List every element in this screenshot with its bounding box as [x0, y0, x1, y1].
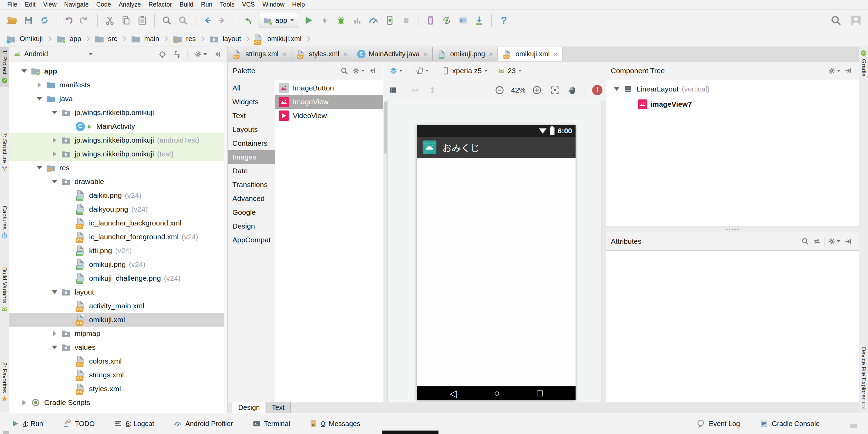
palette-category-images[interactable]: Images — [228, 150, 275, 164]
green-back-arrow-icon[interactable] — [241, 13, 255, 28]
orientation-select[interactable] — [414, 66, 431, 75]
tool-window-device-file-explorer[interactable]: Device File Explorer — [859, 344, 868, 412]
tree-item-colors-xml[interactable]: <> colors.xml — [9, 354, 228, 368]
tree-item-app[interactable]: app — [9, 64, 228, 78]
menu-navigate[interactable]: Navigate — [60, 0, 93, 9]
tool-window-captures[interactable]: Captures — [0, 203, 9, 242]
save-all-icon[interactable] — [21, 13, 36, 28]
tab-mainactivity-java[interactable]: C MainActivity.java× — [352, 47, 433, 61]
menu-analyze[interactable]: Analyze — [115, 0, 145, 9]
tree-item-ic-launcher-background[interactable]: <> ic_launcher_background.xml — [9, 216, 228, 230]
palette-category-design[interactable]: Design — [228, 219, 275, 233]
close-icon[interactable]: × — [423, 50, 427, 58]
run-configuration-select[interactable]: app — [259, 13, 298, 28]
tree-item-values[interactable]: values — [9, 340, 228, 354]
palette-item-imageview[interactable]: ImageView — [275, 95, 383, 109]
breadcrumb-file[interactable]: <> omikuji.xml — [253, 34, 302, 44]
chevron-expanded-icon[interactable] — [33, 161, 45, 175]
chevron-collapsed-icon[interactable] — [33, 78, 45, 92]
project-view-selector[interactable]: Android — [24, 50, 48, 58]
menu-view[interactable]: View — [39, 0, 60, 9]
tree-item-omikuji-xml[interactable]: <> omikuji.xml — [9, 313, 228, 327]
tree-item-gradle-scripts[interactable]: Gradle Scripts — [9, 396, 228, 409]
chevron-expanded-icon[interactable] — [49, 106, 60, 119]
tree-item-package-test[interactable]: jp.wings.nikkeibp.omikuji(test) — [9, 147, 228, 161]
breadcrumb-src[interactable]: src — [93, 33, 118, 45]
paste-icon[interactable] — [135, 13, 150, 28]
tab-design[interactable]: Design — [232, 402, 266, 413]
close-icon[interactable]: × — [489, 50, 493, 58]
tree-item-daikiti-png[interactable]: daikiti.png(v24) — [9, 189, 228, 202]
stop-icon[interactable] — [399, 13, 413, 28]
chevron-collapsed-icon[interactable] — [49, 133, 60, 147]
tree-item-drawable[interactable]: drawable — [9, 175, 228, 189]
resize-grip[interactable] — [850, 424, 857, 428]
forward-icon[interactable] — [216, 13, 231, 28]
find-icon[interactable] — [160, 13, 174, 28]
palette-category-appcompat[interactable]: AppCompat — [228, 233, 275, 247]
menu-window[interactable]: Window — [259, 0, 288, 9]
chevron-expanded-icon[interactable] — [611, 81, 623, 97]
tree-item-mipmap[interactable]: mipmap — [9, 327, 228, 340]
chevron-expanded-icon[interactable] — [49, 340, 60, 354]
component-imageview7[interactable]: imageView7 — [606, 97, 859, 112]
palette-category-date[interactable]: Date — [228, 164, 275, 178]
chevron-expanded-icon[interactable] — [49, 285, 60, 299]
palette-item-videoview[interactable]: VideoView — [275, 109, 383, 123]
avd-manager-icon[interactable] — [423, 13, 438, 28]
tab-styles-xml[interactable]: <> styles.xml× — [291, 47, 352, 61]
errors-badge[interactable]: ! — [592, 85, 602, 95]
attach-debugger-icon[interactable] — [383, 13, 397, 28]
zoom-in-button[interactable] — [530, 85, 543, 95]
menu-file[interactable]: File — [3, 0, 21, 9]
menu-code[interactable]: Code — [93, 0, 115, 9]
back-icon[interactable] — [200, 13, 215, 28]
chevron-collapsed-icon[interactable] — [18, 396, 30, 409]
menu-edit[interactable]: Edit — [21, 0, 39, 9]
user-icon[interactable] — [849, 13, 863, 28]
close-icon[interactable]: × — [553, 50, 558, 58]
profiler-icon[interactable] — [366, 13, 381, 28]
tree-item-mainactivity[interactable]: C MainActivity — [9, 119, 228, 133]
tree-item-manifests[interactable]: manifests — [9, 78, 228, 92]
replace-icon[interactable] — [176, 13, 190, 28]
tree-item-java[interactable]: java — [9, 92, 228, 106]
status-todo[interactable]: TODO — [62, 419, 95, 428]
chevron-collapsed-icon[interactable] — [49, 327, 60, 340]
palette-category-advanced[interactable]: Advanced — [228, 192, 275, 205]
copy-icon[interactable] — [119, 13, 133, 28]
breadcrumb-main[interactable]: main — [129, 33, 160, 45]
hide-panel-icon[interactable] — [366, 67, 378, 75]
run-with-coverage-icon[interactable] — [350, 13, 365, 28]
search-everywhere-icon[interactable] — [829, 13, 843, 28]
zoom-out-button[interactable] — [493, 85, 506, 95]
search-icon[interactable] — [338, 67, 350, 75]
device-preview[interactable]: 6:00 おみくじ ◁ ○ □ — [417, 125, 576, 400]
undo-icon[interactable] — [62, 13, 76, 28]
chevron-down-icon[interactable] — [89, 53, 93, 55]
zoom-to-fit-icon[interactable] — [548, 85, 561, 95]
breadcrumb-app[interactable]: app — [55, 33, 82, 45]
close-icon[interactable]: × — [282, 50, 287, 58]
status-android-profiler[interactable]: Android Profiler — [174, 419, 233, 428]
help-icon[interactable]: ? — [496, 13, 511, 28]
move-panel-icon[interactable] — [842, 237, 854, 245]
cut-icon[interactable] — [103, 13, 117, 28]
chevron-collapsed-icon[interactable] — [49, 147, 60, 161]
canvas-scrollbar-right[interactable] — [601, 100, 606, 402]
design-canvas[interactable]: 6:00 おみくじ ◁ ○ □ — [383, 100, 606, 402]
tool-window-build-variants[interactable]: Build Variants — [0, 264, 9, 315]
palette-category-transitions[interactable]: Transitions — [228, 178, 275, 192]
device-select[interactable]: xperia z5 — [440, 67, 489, 75]
pan-hand-icon[interactable] — [566, 85, 579, 95]
status-terminal[interactable]: Terminal — [252, 419, 290, 428]
menu-help[interactable]: Help — [288, 0, 309, 9]
tree-item-omikuji-challenge-png[interactable]: omikuji_challenge.png(v24) — [9, 271, 228, 285]
breadcrumb-layout[interactable]: layout — [208, 33, 242, 45]
tree-item-strings-xml[interactable]: <> strings.xml — [9, 368, 228, 382]
sync-gradle-icon[interactable] — [440, 13, 454, 28]
tree-item-activity-main-xml[interactable]: <> activity_main.xml — [9, 299, 228, 313]
debug-icon[interactable] — [334, 13, 348, 28]
tool-window-structure[interactable]: 7: Structure — [0, 130, 9, 175]
scroll-from-source-icon[interactable] — [171, 50, 183, 58]
